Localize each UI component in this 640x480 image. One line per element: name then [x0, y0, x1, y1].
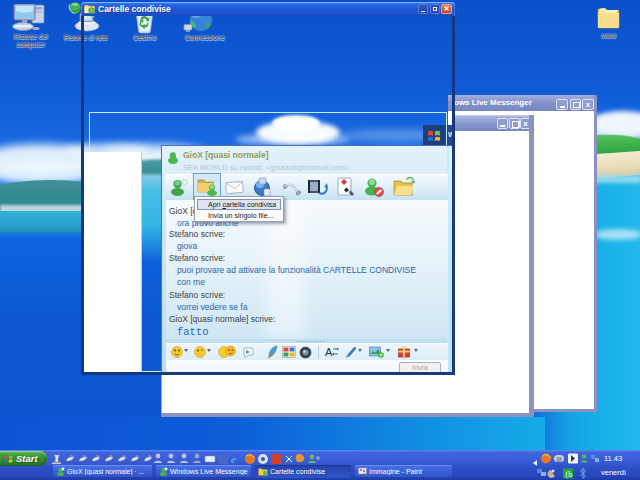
svg-text:(b: (b	[566, 470, 573, 479]
svg-text:@: @	[556, 456, 562, 462]
svg-text:A: A	[325, 346, 333, 358]
svg-text:e: e	[231, 453, 236, 465]
